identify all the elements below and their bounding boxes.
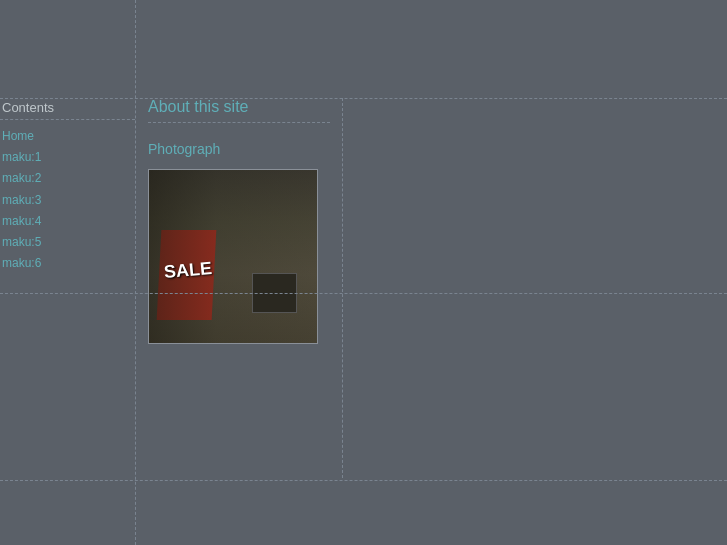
sidebar-item-maku1[interactable]: maku:1 (0, 147, 135, 168)
page-layout: Contents Home maku:1 maku:2 maku:3 maku:… (0, 0, 727, 545)
sidebar-link-maku2[interactable]: maku:2 (0, 168, 135, 189)
photo-sign (252, 273, 297, 313)
sidebar-link-home[interactable]: Home (0, 126, 135, 147)
sidebar-nav: Home maku:1 maku:2 maku:3 maku:4 maku:5 … (0, 126, 135, 274)
right-panel (367, 0, 727, 545)
photo-frame (148, 169, 318, 344)
photograph (149, 170, 317, 343)
sidebar-item-maku5[interactable]: maku:5 (0, 232, 135, 253)
sidebar: Contents Home maku:1 maku:2 maku:3 maku:… (0, 0, 135, 545)
sidebar-link-maku5[interactable]: maku:5 (0, 232, 135, 253)
sidebar-item-maku2[interactable]: maku:2 (0, 168, 135, 189)
sidebar-item-maku3[interactable]: maku:3 (0, 190, 135, 211)
sidebar-item-maku6[interactable]: maku:6 (0, 253, 135, 274)
main-inner: About this site Photograph (148, 98, 343, 478)
photograph-section-title: Photograph (148, 141, 330, 157)
sidebar-link-maku6[interactable]: maku:6 (0, 253, 135, 274)
main-content: About this site Photograph (135, 0, 367, 545)
sidebar-link-maku4[interactable]: maku:4 (0, 211, 135, 232)
sidebar-item-maku4[interactable]: maku:4 (0, 211, 135, 232)
sidebar-link-maku1[interactable]: maku:1 (0, 147, 135, 168)
sidebar-item-home[interactable]: Home (0, 126, 135, 147)
sidebar-link-maku3[interactable]: maku:3 (0, 190, 135, 211)
photo-building-overlay (149, 170, 317, 343)
page-title: About this site (148, 98, 330, 123)
sidebar-contents-label: Contents (0, 100, 135, 120)
